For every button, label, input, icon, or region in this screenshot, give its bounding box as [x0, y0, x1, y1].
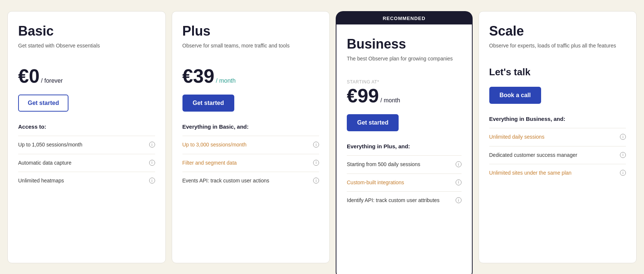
feature-text: Filter and segment data — [182, 159, 310, 167]
features-label: Everything in Business, and: — [489, 116, 626, 122]
price-row: €0 / forever — [18, 66, 155, 86]
feature-text: Unlimited heatmaps — [18, 177, 145, 185]
pricing-container: BasicGet started with Observe essentials… — [7, 11, 637, 274]
lets-talk-label: Let's talk — [489, 66, 626, 78]
info-icon: i — [620, 134, 626, 140]
info-icon: i — [313, 178, 319, 184]
feature-item: Up to 1,050 sessions/month i — [18, 136, 155, 154]
plan-title: Scale — [489, 23, 626, 39]
feature-item: Filter and segment data i — [182, 154, 319, 172]
price-row: €39 / month — [182, 66, 319, 86]
feature-item: Up to 3,000 sessions/month i — [182, 136, 319, 154]
plan-title: Basic — [18, 23, 155, 39]
feature-text: Identify API: track custom user attribut… — [347, 197, 452, 204]
plan-title: Business — [347, 36, 462, 52]
info-icon: i — [456, 161, 462, 167]
info-icon: i — [149, 178, 155, 184]
feature-text: Unlimited sites under the same plan — [489, 169, 617, 177]
price-row: €99 / month — [347, 86, 462, 105]
info-icon: i — [313, 160, 319, 166]
feature-text: Starting from 500 daily sessions — [347, 161, 452, 168]
plan-card-scale: ScaleObserve for experts, loads of traff… — [479, 11, 637, 263]
features-section: Everything in Basic, and: Up to 3,000 se… — [182, 123, 319, 190]
feature-text: Up to 1,050 sessions/month — [18, 141, 145, 149]
feature-item: Dedicated customer success manager i — [489, 146, 626, 164]
feature-item: Starting from 500 daily sessions i — [347, 155, 462, 174]
info-icon: i — [456, 179, 462, 185]
features-section: Everything in Plus, and: Starting from 5… — [347, 143, 462, 209]
starting-at-label: STARTING AT* — [347, 79, 462, 85]
features-section: Everything in Business, and: Unlimited d… — [489, 116, 626, 182]
feature-text: Unlimited daily sessions — [489, 133, 617, 141]
info-icon: i — [149, 142, 155, 148]
price-amount: €99 — [347, 86, 379, 105]
features-label: Access to: — [18, 123, 155, 130]
plan-subtitle: Observe for small teams, more traffic an… — [182, 42, 319, 57]
cta-button-basic[interactable]: Get started — [18, 95, 68, 112]
feature-text: Up to 3,000 sessions/month — [182, 141, 310, 149]
plan-subtitle: Get started with Observe essentials — [18, 42, 155, 57]
plan-card-basic: BasicGet started with Observe essentials… — [7, 11, 166, 263]
plan-subtitle: The best Observe plan for growing compan… — [347, 55, 462, 70]
info-icon: i — [620, 152, 626, 158]
features-label: Everything in Basic, and: — [182, 123, 319, 130]
recommended-badge: RECOMMENDED — [383, 16, 426, 21]
feature-text: Events API: track custom user actions — [182, 177, 310, 185]
cta-button-plus[interactable]: Get started — [182, 95, 234, 112]
feature-item: Unlimited sites under the same plan i — [489, 164, 626, 182]
plan-card-business: BusinessThe best Observe plan for growin… — [336, 24, 473, 274]
plan-subtitle: Observe for experts, loads of traffic pl… — [489, 42, 626, 57]
info-icon: i — [149, 160, 155, 166]
feature-item: Identify API: track custom user attribut… — [347, 191, 462, 209]
info-icon: i — [456, 197, 462, 203]
features-section: Access to: Up to 1,050 sessions/month i … — [18, 123, 155, 190]
cta-button-scale[interactable]: Book a call — [489, 87, 541, 104]
price-amount: €39 — [182, 66, 215, 86]
feature-item: Automatic data capture i — [18, 154, 155, 172]
feature-item: Unlimited heatmaps i — [18, 172, 155, 190]
price-period: / month — [380, 97, 400, 104]
plan-title: Plus — [182, 23, 319, 39]
feature-text: Automatic data capture — [18, 159, 145, 167]
recommended-plan-wrapper: RECOMMENDEDBusinessThe best Observe plan… — [336, 11, 473, 274]
info-icon: i — [313, 142, 319, 148]
cta-button-business[interactable]: Get started — [347, 114, 399, 131]
feature-text: Dedicated customer success manager — [489, 152, 617, 159]
feature-text: Custom-built integrations — [347, 179, 452, 186]
price-amount: €0 — [18, 66, 40, 86]
feature-item: Events API: track custom user actions i — [182, 172, 319, 190]
info-icon: i — [620, 170, 626, 176]
feature-item: Unlimited daily sessions i — [489, 128, 626, 146]
price-period: / forever — [41, 77, 63, 84]
plan-card-plus: PlusObserve for small teams, more traffi… — [172, 11, 330, 263]
feature-item: Custom-built integrations i — [347, 174, 462, 192]
price-period: / month — [216, 77, 235, 84]
features-label: Everything in Plus, and: — [347, 143, 462, 149]
